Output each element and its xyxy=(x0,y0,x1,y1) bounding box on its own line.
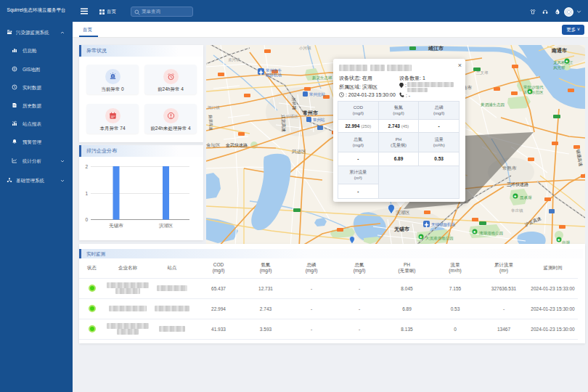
svg-text:金坛区: 金坛区 xyxy=(206,142,221,147)
svg-text:新龙生态林: 新龙生态林 xyxy=(312,75,332,80)
svg-text:金武快速路: 金武快速路 xyxy=(225,143,248,148)
svg-text:小河镇: 小河镇 xyxy=(298,46,311,51)
svg-text:大溪港湿地公园: 大溪港湿地公园 xyxy=(425,236,454,241)
svg-text:常阴沙现代: 常阴沙现代 xyxy=(523,85,544,90)
svg-text:常州市: 常州市 xyxy=(303,110,318,116)
svg-text:闸口镇: 闸口镇 xyxy=(208,105,220,110)
svg-text:滨湖区: 滨湖区 xyxy=(396,210,410,216)
svg-text:1: 1 xyxy=(85,191,88,196)
svg-text:0: 0 xyxy=(85,217,88,222)
svg-text:龙凤桥滨江: 龙凤桥滨江 xyxy=(553,60,573,65)
svg-text:孟河镇: 孟河镇 xyxy=(228,57,240,62)
svg-text:滨湖区: 滨湖区 xyxy=(159,223,173,229)
svg-text:南通市: 南通市 xyxy=(551,47,567,54)
svg-text:国际机场: 国际机场 xyxy=(266,73,282,78)
svg-text:无锡市: 无锡市 xyxy=(109,223,123,229)
svg-text:三叉埠: 三叉埠 xyxy=(476,70,489,75)
svg-text:昆承湖: 昆承湖 xyxy=(520,195,532,200)
svg-text:三环快速路: 三环快速路 xyxy=(507,182,528,187)
svg-text:农业示范区: 农业示范区 xyxy=(523,90,544,95)
svg-text:黄泗浦生态园: 黄泗浦生态园 xyxy=(481,102,505,107)
svg-text:常州站: 常州站 xyxy=(313,118,325,122)
svg-text:无锡硕放机场: 无锡硕放机场 xyxy=(431,222,455,227)
svg-text:风光带: 风光带 xyxy=(553,65,565,70)
svg-text:常熟市: 常熟市 xyxy=(502,166,517,171)
svg-text:武进区: 武进区 xyxy=(291,149,306,155)
svg-text:2: 2 xyxy=(85,164,88,169)
svg-text:靖江市: 靖江市 xyxy=(428,45,444,52)
svg-text:无锡市: 无锡市 xyxy=(393,226,409,232)
svg-text:钟楼区: 钟楼区 xyxy=(285,114,298,118)
svg-text:常州北站: 常州北站 xyxy=(309,92,326,97)
svg-text:辛庄镇: 辛庄镇 xyxy=(511,208,523,213)
svg-text:漕湖湿地公园: 漕湖湿地公园 xyxy=(478,231,503,236)
